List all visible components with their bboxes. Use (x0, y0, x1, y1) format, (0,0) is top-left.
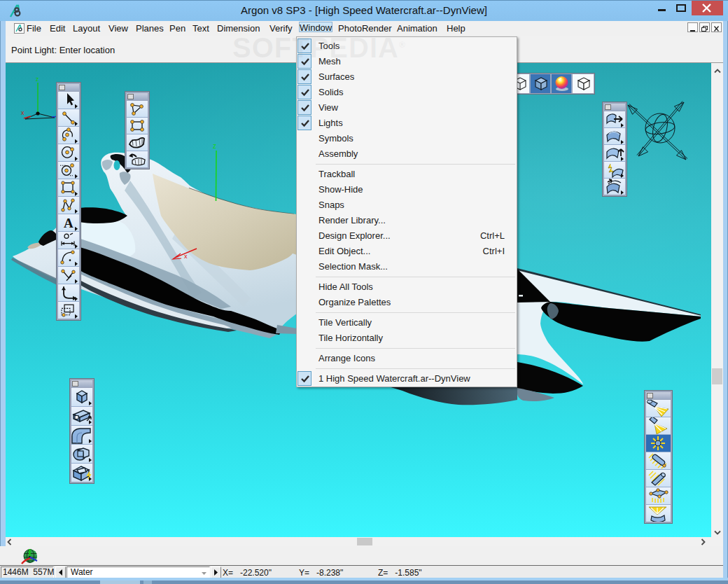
svg-text:x: x (21, 109, 24, 116)
svg-text:x: x (184, 253, 188, 260)
svg-text:z: z (213, 142, 216, 150)
svg-text:A: A (64, 215, 74, 230)
svg-text:z: z (36, 76, 39, 83)
